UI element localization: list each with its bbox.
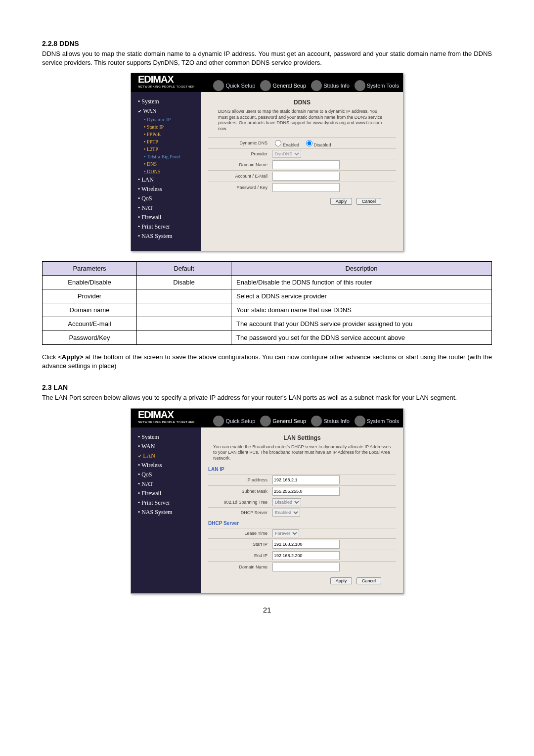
tab-general-setup[interactable]: General Seup [260,80,306,91]
radio-label: Disabled [314,142,331,147]
table-row: Enable/Disable Disable Enable/Disable th… [43,276,492,289]
ddns-intro-paragraph: DDNS allows you to map the static domain… [42,49,492,67]
input-account[interactable] [272,172,340,181]
sidebar-item-qos[interactable]: QoS [138,194,201,203]
cell-default [137,317,231,331]
sidebar-item-nas[interactable]: NAS System [138,232,201,241]
sidebar-item-firewall[interactable]: Firewall [138,213,201,222]
label-spanning-tree: 802.1d Spanning Tree [208,500,272,505]
cancel-button[interactable]: Cancel [356,577,381,584]
sidebar-item-lan[interactable]: LAN [138,451,201,461]
panel-intro: DDNS allows users to map the static doma… [218,109,386,132]
tab-label: Status Info [323,83,350,89]
sidebar-item-nas[interactable]: NAS System [138,508,201,517]
select-dhcp-server[interactable]: Enabled [272,509,300,517]
input-end-ip[interactable] [272,551,340,560]
sidebar-item-wireless[interactable]: Wireless [138,185,201,194]
tab-system-tools[interactable]: System Tools [355,80,399,91]
tab-general-setup[interactable]: General Seup [260,416,306,426]
label-subnet: Subnet Mask [208,489,272,494]
input-domain-name[interactable] [272,563,340,571]
sidebar-item-print-server[interactable]: Print Server [138,222,201,232]
sidebar-sub-dns[interactable]: DNS [138,160,201,168]
table-row: Account/E-mail The account that your DDN… [43,317,492,331]
sidebar-sub-pptp[interactable]: PPTP [138,138,201,145]
table-row: Provider Select a DDNS service provider [43,289,492,303]
tab-label: Quick Setup [225,83,255,89]
tab-system-tools[interactable]: System Tools [355,416,399,426]
radio-enabled[interactable]: Enabled [272,142,299,147]
brand-name: EDIMAX [138,74,174,85]
sidebar-sub-pppoe[interactable]: PPPoE [138,131,201,138]
select-spanning-tree[interactable]: Disabled [272,498,301,506]
tab-icon [355,80,365,91]
tab-label: System Tools [367,83,399,89]
cell-desc: Enable/Disable the DDNS function of this… [231,276,492,289]
tab-icon [213,416,224,426]
apply-button[interactable]: Apply [330,577,353,584]
sidebar-item-qos[interactable]: QoS [138,470,201,479]
sidebar-item-system[interactable]: System [138,97,201,106]
sidebar-item-wan[interactable]: WAN [138,106,201,116]
apply-button[interactable]: Apply [330,198,353,205]
tab-quick-setup[interactable]: Quick Setup [213,80,255,91]
cell-param: Provider [43,289,137,303]
tab-status-info[interactable]: Status Info [311,80,350,91]
sidebar-sub-static-ip[interactable]: Static IP [138,123,201,131]
sidebar-sub-l2tp[interactable]: L2TP [138,145,201,153]
tab-icon [311,80,322,91]
sidebar-sub-telstra[interactable]: Telstra Big Pond [138,153,201,160]
sidebar-item-firewall[interactable]: Firewall [138,489,201,498]
th-parameters: Parameters [43,262,137,276]
panel-intro: You can enable the Broadband router's DH… [213,444,391,462]
sidebar-item-print-server[interactable]: Print Server [138,498,201,508]
sidebar-item-system[interactable]: System [138,432,201,442]
th-default: Default [137,262,231,276]
cell-default [137,331,231,345]
select-provider[interactable]: DynDNS [272,150,301,158]
input-domain-name[interactable] [272,160,340,169]
cancel-button[interactable]: Cancel [356,198,381,205]
input-start-ip[interactable] [272,540,340,549]
apply-note-prefix: Click < [42,353,62,361]
cell-param: Password/Key [43,331,137,345]
radio-disabled[interactable]: Disabled [304,142,331,147]
cell-desc: The password you set for the DDNS servic… [231,331,492,345]
apply-note: Click <Apply> at the bottom of the scree… [42,353,492,370]
sidebar-item-nat[interactable]: NAT [138,479,201,489]
table-row: Domain name Your static domain name that… [43,303,492,317]
label-dynamic-dns: Dynamic DNS [208,141,272,145]
tab-label: System Tools [367,418,399,424]
tab-icon [311,416,322,426]
panel-title: DDNS [208,99,396,106]
brand-logo: EDIMAX NETWORKING PEOPLE TOGETHER [138,74,195,92]
tab-status-info[interactable]: Status Info [311,416,350,426]
sidebar: System WAN LAN Wireless QoS NAT Firewall… [131,427,201,593]
input-ip-address[interactable] [272,475,340,484]
cell-default: Disable [137,276,231,289]
sidebar-item-wireless[interactable]: Wireless [138,461,201,470]
tab-label: Status Info [323,418,350,424]
radio-label: Enabled [283,142,299,147]
cell-desc: The account that your DDNS service provi… [231,317,492,331]
sidebar-sub-dynamic-ip[interactable]: Dynamic IP [138,116,201,123]
panel-title: LAN Settings [208,434,396,441]
tab-icon [355,416,365,426]
brand-logo: EDIMAX NETWORKING PEOPLE TOGETHER [138,409,195,427]
tab-icon [260,80,271,91]
tab-icon [260,416,271,426]
section-lan-ip: LAN IP [208,467,396,472]
label-domain-name: Domain Name [208,565,272,569]
sidebar-sub-ddns[interactable]: DDNS [138,168,201,175]
select-lease-time[interactable]: Forever [272,529,299,537]
cell-default [137,303,231,317]
router-screenshot-ddns: EDIMAX NETWORKING PEOPLE TOGETHER Quick … [131,73,403,251]
sidebar-item-lan[interactable]: LAN [138,175,201,185]
label-password: Password / Key [208,185,272,190]
th-description: Description [231,262,492,276]
sidebar-item-nat[interactable]: NAT [138,203,201,213]
input-password[interactable] [272,183,340,192]
tab-quick-setup[interactable]: Quick Setup [213,416,255,426]
input-subnet[interactable] [272,487,340,496]
sidebar-item-wan[interactable]: WAN [138,442,201,451]
